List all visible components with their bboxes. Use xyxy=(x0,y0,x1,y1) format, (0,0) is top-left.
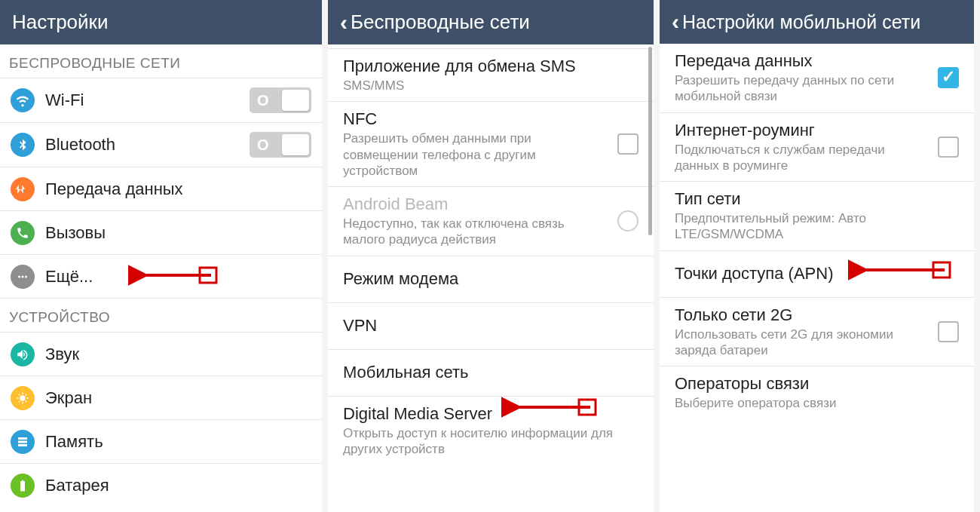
row-title: Android Beam xyxy=(343,195,607,214)
row-title: Точки доступа (APN) xyxy=(675,264,959,284)
row-memory[interactable]: Память xyxy=(0,420,322,464)
row-bluetooth[interactable]: Bluetooth xyxy=(0,123,322,167)
row-sound[interactable]: Звук xyxy=(0,333,322,376)
scrollbar[interactable] xyxy=(648,47,652,235)
row-label: Звук xyxy=(45,345,79,364)
more-icon xyxy=(11,265,35,289)
row-subtitle: Разрешить передачу данных по сети мобиль… xyxy=(675,72,927,105)
row-title: Только сети 2G xyxy=(675,305,927,325)
back-icon[interactable]: ‹ xyxy=(672,11,679,33)
row-subtitle: SMS/MMS xyxy=(343,78,639,94)
phone-icon xyxy=(11,221,35,245)
row-subtitle: Выберите оператора связи xyxy=(675,395,959,411)
row-title: Digital Media Server xyxy=(343,404,639,424)
row-label: Передача данных xyxy=(45,179,183,199)
row-subtitle: Предпочтительный режим: Авто LTE/GSM/WCD… xyxy=(675,210,959,243)
roaming-checkbox[interactable] xyxy=(938,136,959,158)
row-tethering[interactable]: Режим модема xyxy=(328,256,654,303)
row-screen[interactable]: Экран xyxy=(0,376,322,420)
storage-icon xyxy=(11,430,35,454)
svg-line-9 xyxy=(26,400,27,402)
svg-line-11 xyxy=(26,394,27,395)
row-subtitle: Недоступно, так как отключена связь мало… xyxy=(343,216,607,248)
row-apn[interactable]: Точки доступа (APN) xyxy=(660,251,974,298)
svg-point-1 xyxy=(22,275,24,277)
header-wireless[interactable]: ‹ Беспроводные сети xyxy=(328,0,654,44)
only2g-checkbox[interactable] xyxy=(938,321,959,342)
row-vpn[interactable]: VPN xyxy=(328,303,654,350)
row-title: VPN xyxy=(343,316,639,336)
row-nfc[interactable]: NFC Разрешить обмен данными при совмещен… xyxy=(328,102,654,187)
row-title: Тип сети xyxy=(675,189,959,209)
row-data-enabled[interactable]: Передача данных Разрешить передачу данны… xyxy=(660,44,974,113)
row-title: Передача данных xyxy=(675,51,927,71)
row-title: Приложение для обмена SMS xyxy=(343,57,639,76)
row-calls[interactable]: Вызовы xyxy=(0,211,322,255)
row-dms[interactable]: Digital Media Server Открыть доступ к но… xyxy=(328,397,654,465)
data-usage-icon xyxy=(11,177,35,201)
row-title: Режим модема xyxy=(343,269,639,289)
wifi-toggle[interactable] xyxy=(250,87,311,113)
data-checkbox[interactable] xyxy=(938,67,959,88)
svg-line-8 xyxy=(19,394,20,395)
screen-mobile-network: ‹ Настройки мобильной сети Передача данн… xyxy=(660,0,980,512)
back-icon[interactable]: ‹ xyxy=(340,11,348,34)
row-network-type[interactable]: Тип сети Предпочтительный режим: Авто LT… xyxy=(660,182,974,251)
row-subtitle: Открыть доступ к носителю информации для… xyxy=(343,425,639,458)
svg-line-10 xyxy=(19,400,20,402)
header-title: Беспроводные сети xyxy=(351,11,530,34)
screen-wireless: ‹ Беспроводные сети Приложение для обмен… xyxy=(328,0,660,512)
header-title: Настройки xyxy=(12,11,109,34)
section-wireless: БЕСПРОВОДНЫЕ СЕТИ xyxy=(0,44,322,78)
header-settings: Настройки xyxy=(0,0,322,44)
header-mobile-network[interactable]: ‹ Настройки мобильной сети xyxy=(660,0,974,44)
bluetooth-icon xyxy=(11,133,35,157)
row-subtitle: Использовать сети 2G для экономии заряда… xyxy=(675,327,927,359)
svg-point-0 xyxy=(18,275,20,277)
nfc-checkbox[interactable] xyxy=(617,133,639,155)
row-data-usage[interactable]: Передача данных xyxy=(0,167,322,211)
row-label: Память xyxy=(45,432,103,452)
row-title: NFC xyxy=(343,109,607,129)
sound-icon xyxy=(11,342,35,366)
brightness-icon xyxy=(11,386,35,410)
battery-icon xyxy=(11,474,35,498)
row-battery[interactable]: Батарея xyxy=(0,464,322,507)
row-more[interactable]: Ещё... xyxy=(0,255,322,299)
header-title: Настройки мобильной сети xyxy=(682,11,920,33)
row-label: Экран xyxy=(45,388,92,408)
row-label: Wi-Fi xyxy=(45,90,84,110)
row-label: Bluetooth xyxy=(45,135,115,155)
row-title: Интернет-роуминг xyxy=(675,121,927,140)
row-subtitle: Разрешить обмен данными при совмещении т… xyxy=(343,130,607,179)
svg-point-3 xyxy=(20,395,26,401)
screen-settings: Настройки БЕСПРОВОДНЫЕ СЕТИ Wi-Fi Blueto… xyxy=(0,0,328,512)
beam-toggle xyxy=(617,210,639,231)
row-wifi[interactable]: Wi-Fi xyxy=(0,78,322,123)
row-label: Ещё... xyxy=(45,267,93,287)
row-android-beam: Android Beam Недоступно, так как отключе… xyxy=(328,187,654,256)
row-mobile-network[interactable]: Мобильная сеть xyxy=(328,350,654,397)
row-sms-app[interactable]: Приложение для обмена SMS SMS/MMS xyxy=(328,49,654,102)
row-title: Операторы связи xyxy=(675,374,959,394)
row-label: Батарея xyxy=(45,476,109,495)
section-device: УСТРОЙСТВО xyxy=(0,299,322,333)
row-subtitle: Подключаться к службам передачи данных в… xyxy=(675,142,927,174)
row-title: Мобильная сеть xyxy=(343,363,639,382)
wifi-icon xyxy=(11,88,35,112)
bluetooth-toggle[interactable] xyxy=(250,132,311,158)
row-operators[interactable]: Операторы связи Выберите оператора связи xyxy=(660,366,974,418)
row-2g-only[interactable]: Только сети 2G Использовать сети 2G для … xyxy=(660,298,974,367)
svg-point-2 xyxy=(25,275,27,277)
row-label: Вызовы xyxy=(45,223,106,243)
row-roaming[interactable]: Интернет-роуминг Подключаться к службам … xyxy=(660,113,974,182)
